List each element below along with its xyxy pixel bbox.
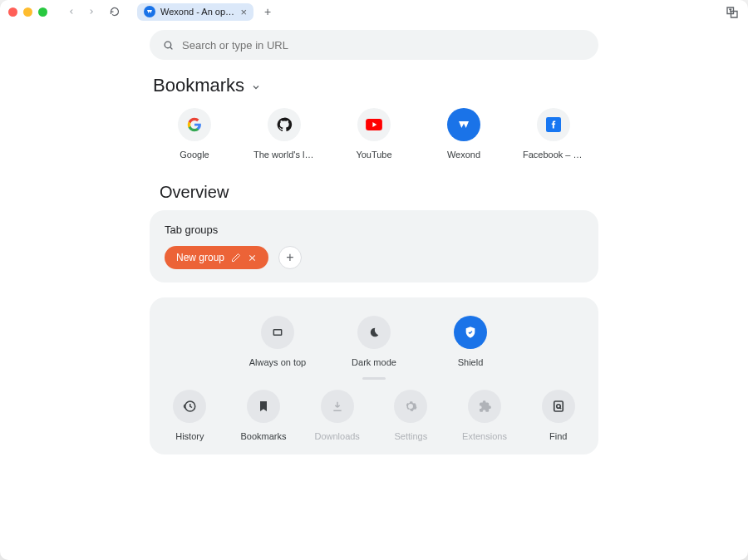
qa-label: Dark mode bbox=[352, 357, 396, 367]
window-controls bbox=[8, 7, 47, 17]
titlebar: Wexond - An open-… × + bbox=[0, 0, 748, 23]
active-tab[interactable]: Wexond - An open-… × bbox=[137, 3, 253, 21]
bookmark-label: Google bbox=[180, 150, 209, 160]
close-group-icon[interactable] bbox=[248, 253, 257, 263]
bookmark-youtube[interactable]: YouTube bbox=[345, 108, 403, 160]
tool-label: Find bbox=[549, 431, 567, 441]
history-button[interactable]: History bbox=[165, 390, 215, 441]
new-tab-content: Bookmarks Google The world's lead… bbox=[0, 23, 748, 560]
edit-icon[interactable] bbox=[231, 253, 241, 263]
svg-rect-6 bbox=[273, 330, 281, 336]
find-button[interactable]: Find bbox=[533, 390, 583, 441]
new-tab-button[interactable]: + bbox=[260, 4, 275, 19]
quick-actions-card: Always on top Dark mode Shield bbox=[150, 297, 598, 454]
bookmark-label: The world's lead… bbox=[253, 150, 315, 160]
close-window-button[interactable] bbox=[8, 7, 17, 17]
tool-label: Bookmarks bbox=[240, 431, 286, 441]
dark-mode-toggle[interactable]: Dark mode bbox=[342, 316, 406, 367]
wexond-icon bbox=[447, 108, 480, 141]
tool-label: Extensions bbox=[462, 431, 507, 441]
svg-point-0 bbox=[165, 42, 171, 48]
bookmarks-button[interactable]: Bookmarks bbox=[239, 390, 289, 441]
youtube-icon bbox=[357, 108, 391, 141]
history-icon bbox=[173, 390, 206, 423]
maximize-window-button[interactable] bbox=[38, 7, 47, 17]
nav-buttons bbox=[64, 4, 122, 19]
window-icon bbox=[261, 316, 294, 349]
qa-label: Shield bbox=[458, 357, 484, 367]
svg-line-10 bbox=[559, 408, 561, 410]
bookmarks-list: Google The world's lead… YouTube bbox=[150, 108, 598, 160]
download-icon bbox=[321, 390, 354, 423]
reload-button[interactable] bbox=[107, 4, 122, 19]
bookmark-github[interactable]: The world's lead… bbox=[255, 108, 313, 160]
tabgroup-pill[interactable]: New group bbox=[165, 246, 268, 269]
facebook-icon bbox=[537, 108, 570, 141]
qa-label: Always on top bbox=[249, 357, 306, 367]
svg-line-1 bbox=[170, 47, 172, 48]
search-input[interactable] bbox=[182, 39, 585, 52]
svg-rect-8 bbox=[554, 401, 563, 411]
find-icon bbox=[542, 390, 575, 423]
tabstrip: Wexond - An open-… × + bbox=[137, 3, 275, 21]
bookmark-label: Facebook – zal… bbox=[523, 150, 584, 160]
settings-button[interactable]: Settings bbox=[386, 390, 436, 441]
tool-label: Downloads bbox=[314, 431, 359, 441]
forward-button[interactable] bbox=[84, 4, 99, 19]
always-on-top-toggle[interactable]: Always on top bbox=[246, 316, 309, 367]
tabgroups-card: Tab groups New group + bbox=[150, 210, 598, 282]
bookmarks-title: Bookmarks bbox=[153, 75, 244, 96]
tabgroups-heading: Tab groups bbox=[165, 224, 583, 236]
gear-icon bbox=[394, 390, 427, 423]
downloads-button[interactable]: Downloads bbox=[312, 390, 362, 441]
translate-extension-icon[interactable] bbox=[725, 5, 740, 20]
browser-window: Wexond - An open-… × + Bookmarks bbox=[0, 0, 748, 560]
bookmark-label: YouTube bbox=[356, 150, 391, 160]
add-tabgroup-button[interactable]: + bbox=[278, 246, 302, 269]
divider bbox=[362, 377, 386, 380]
wexond-favicon-icon bbox=[144, 6, 155, 17]
tabgroup-pill-label: New group bbox=[176, 252, 224, 263]
shield-icon bbox=[454, 316, 487, 349]
search-icon bbox=[163, 40, 174, 51]
overview-heading: Overview bbox=[160, 183, 598, 202]
bookmark-wexond[interactable]: Wexond bbox=[435, 108, 493, 160]
github-icon bbox=[268, 108, 301, 141]
google-icon bbox=[178, 108, 211, 141]
moon-icon bbox=[357, 316, 391, 349]
bookmark-label: Wexond bbox=[447, 150, 480, 160]
bookmark-google[interactable]: Google bbox=[165, 108, 224, 160]
bookmark-icon bbox=[247, 390, 280, 423]
close-tab-icon[interactable]: × bbox=[240, 6, 247, 18]
omnibox[interactable] bbox=[150, 30, 598, 60]
shield-toggle[interactable]: Shield bbox=[439, 316, 502, 367]
minimize-window-button[interactable] bbox=[23, 7, 32, 17]
back-button[interactable] bbox=[64, 4, 79, 19]
bookmarks-dropdown-icon[interactable] bbox=[251, 82, 261, 92]
tool-label: History bbox=[175, 431, 204, 441]
tab-title: Wexond - An open-… bbox=[160, 7, 235, 17]
bookmarks-heading: Bookmarks bbox=[153, 75, 598, 96]
extensions-button[interactable]: Extensions bbox=[460, 390, 510, 441]
tool-label: Settings bbox=[394, 431, 427, 441]
puzzle-icon bbox=[468, 390, 501, 423]
bookmark-facebook[interactable]: Facebook – zal… bbox=[524, 108, 583, 160]
